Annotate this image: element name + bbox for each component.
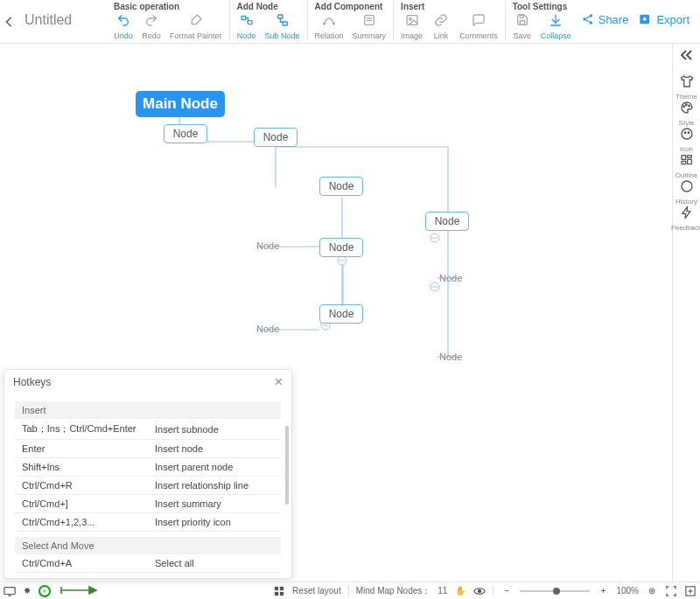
mindmap-node[interactable]: Node bbox=[164, 124, 207, 143]
table-row: Tab；Ins；Ctrl/Cmd+EnterInsert subnode bbox=[15, 419, 281, 440]
relation-icon bbox=[322, 13, 336, 30]
link-button[interactable]: Link bbox=[431, 13, 451, 40]
link-icon bbox=[434, 13, 448, 30]
mindmap-leaf[interactable]: Node bbox=[256, 240, 279, 251]
brightness-icon[interactable]: ✸ bbox=[21, 585, 33, 597]
svg-rect-3 bbox=[283, 22, 287, 25]
zoom-slider[interactable] bbox=[520, 590, 590, 592]
svg-rect-30 bbox=[687, 159, 691, 164]
svg-point-23 bbox=[685, 104, 687, 106]
rail-theme-button[interactable]: Theme bbox=[671, 74, 700, 101]
mindmap-node[interactable]: Node bbox=[319, 304, 363, 324]
topbar: Untitled Basic operationUndoRedoFormat P… bbox=[0, 0, 700, 44]
palette-icon bbox=[680, 101, 694, 117]
table-row: EnterInsert node bbox=[15, 440, 281, 458]
tool-group-title: Add Node bbox=[237, 2, 300, 11]
hotkeys-table: Ctrl/Cmd+ASelect allArrowSelect node bbox=[15, 554, 281, 578]
hotkeys-panel: Hotkeys × InsertTab；Ins；Ctrl/Cmd+EnterIn… bbox=[4, 369, 292, 579]
redo-button[interactable]: Redo bbox=[142, 13, 161, 40]
hotkey-shortcut: Shift+Ins bbox=[15, 458, 148, 477]
layout-grid-icon[interactable] bbox=[273, 585, 285, 597]
node-right-icon bbox=[240, 13, 254, 30]
fit-screen-icon[interactable] bbox=[684, 585, 696, 597]
rail-label: Icon bbox=[680, 145, 693, 153]
comment-icon bbox=[472, 13, 486, 30]
collapse-icon bbox=[549, 13, 563, 30]
hotkey-action: Insert relationship line bbox=[148, 477, 281, 495]
svg-rect-35 bbox=[44, 590, 45, 591]
smile-icon bbox=[680, 127, 694, 143]
export-button[interactable]: Export bbox=[639, 12, 690, 26]
hand-tool-icon[interactable]: ✋ bbox=[454, 585, 466, 597]
tool-label: Collapse bbox=[541, 31, 571, 40]
tool-label: Sub Node bbox=[265, 31, 300, 40]
right-rail: ThemeStyleIconOutlineHistoryFeedback bbox=[672, 44, 700, 582]
rail-feedback-button[interactable]: Feedback bbox=[671, 205, 700, 232]
reset-layout-button[interactable]: Reset layout bbox=[292, 586, 341, 596]
node-button[interactable]: Node bbox=[237, 13, 256, 40]
rail-style-button[interactable]: Style bbox=[671, 101, 700, 127]
eye-icon[interactable] bbox=[473, 585, 486, 597]
mindmap-leaf[interactable]: Node bbox=[439, 273, 462, 283]
hotkeys-close-button[interactable]: × bbox=[275, 375, 283, 389]
save-icon bbox=[515, 13, 529, 30]
sub-node-button[interactable]: Sub Node bbox=[265, 13, 300, 40]
tool-group-title: Tool Settings bbox=[513, 2, 571, 11]
hotkeys-section-title: Insert bbox=[15, 401, 281, 419]
mindmap-node[interactable]: Node bbox=[319, 238, 363, 257]
share-button[interactable]: Share bbox=[581, 12, 629, 26]
rail-outline-button[interactable]: Outline bbox=[671, 153, 700, 179]
back-button[interactable] bbox=[0, 0, 19, 44]
svg-rect-41 bbox=[280, 586, 284, 589]
mindmap-node[interactable]: Node bbox=[254, 128, 298, 147]
zoom-in-button[interactable]: + bbox=[597, 585, 609, 597]
fullscreen-icon[interactable] bbox=[665, 585, 677, 597]
export-icon bbox=[639, 12, 653, 26]
hotkeys-body[interactable]: InsertTab；Ins；Ctrl/Cmd+EnterInsert subno… bbox=[4, 394, 291, 578]
svg-rect-28 bbox=[682, 156, 686, 160]
svg-rect-29 bbox=[687, 156, 691, 158]
hotkey-action: Insert parent node bbox=[148, 458, 281, 477]
format-painter-button[interactable]: Format Painter bbox=[170, 13, 222, 40]
image-button[interactable]: Image bbox=[401, 13, 423, 40]
rail-collapse-button[interactable] bbox=[680, 49, 694, 64]
mindmap-leaf[interactable]: Node bbox=[256, 324, 279, 334]
tool-group-tool-settings: Tool SettingsSaveCollapse bbox=[505, 0, 578, 40]
document-title[interactable]: Untitled bbox=[19, 0, 107, 28]
rail-label: Style bbox=[679, 119, 695, 127]
paintbrush-icon bbox=[189, 13, 203, 30]
nodes-count: 11 bbox=[438, 586, 447, 596]
presentation-mode-icon[interactable] bbox=[4, 585, 16, 597]
tool-label: Relation bbox=[315, 31, 344, 40]
outline-icon bbox=[680, 153, 694, 170]
zoom-out-button[interactable]: − bbox=[500, 585, 513, 597]
summary-button[interactable]: Summary bbox=[353, 13, 387, 40]
scrollbar-thumb[interactable] bbox=[285, 426, 289, 505]
svg-rect-1 bbox=[248, 21, 252, 24]
comments-button[interactable]: Comments bbox=[459, 13, 498, 40]
hotkey-shortcut: Ctrl/Cmd+] bbox=[15, 495, 148, 513]
mindmap-node[interactable]: Node bbox=[425, 212, 469, 231]
arrow-indicator bbox=[60, 585, 98, 597]
center-view-icon[interactable]: ⊕ bbox=[646, 585, 658, 597]
undo-button[interactable]: Undo bbox=[114, 13, 133, 40]
bolt-icon bbox=[680, 205, 694, 222]
tool-label: Node bbox=[237, 31, 256, 40]
svg-rect-31 bbox=[682, 161, 686, 164]
mindmap-node[interactable]: Node bbox=[319, 177, 363, 196]
rail-history-button[interactable]: History bbox=[671, 179, 700, 205]
hotkeys-title: Hotkeys bbox=[13, 376, 51, 388]
tool-group-add-node: Add NodeNodeSub Node bbox=[229, 0, 307, 40]
collapse-button[interactable]: Collapse bbox=[541, 13, 571, 40]
keyboard-shortcuts-button[interactable] bbox=[38, 585, 51, 597]
tool-group-basic-operation: Basic operationUndoRedoFormat Painter bbox=[107, 0, 229, 40]
relation-button[interactable]: Relation bbox=[315, 13, 344, 40]
top-actions: Share Export bbox=[581, 0, 695, 26]
mindmap-leaf[interactable]: Node bbox=[439, 352, 462, 362]
save-button[interactable]: Save bbox=[513, 13, 532, 40]
tool-group-title: Add Component bbox=[315, 2, 387, 11]
summary-icon bbox=[362, 13, 376, 30]
main-node[interactable]: Main Node bbox=[136, 91, 225, 117]
svg-point-24 bbox=[688, 105, 690, 107]
rail-icon-button[interactable]: Icon bbox=[671, 127, 700, 153]
